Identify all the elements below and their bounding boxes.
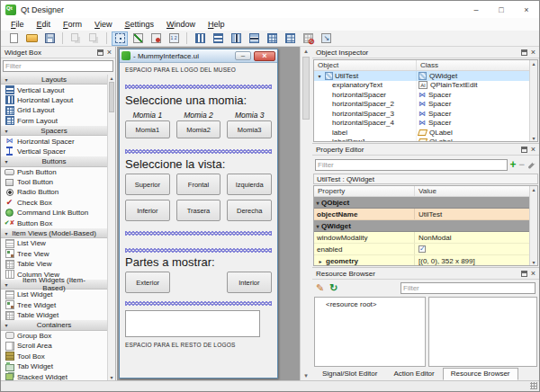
widget-box-item-tool-button[interactable]: Tool Button	[1, 177, 107, 187]
menu-edit[interactable]: Edit	[31, 20, 58, 29]
property-editor-scrollbar[interactable]: ▴▾	[529, 186, 537, 265]
mdi-scrollbar[interactable]: ▴▾	[300, 47, 311, 380]
resize-grip[interactable]	[530, 382, 537, 389]
tree-row-label[interactable]: label QLabel	[314, 128, 537, 138]
tree-row-horizontalspacer3[interactable]: horizontalSpacer_3 ⋈Spacer	[314, 109, 537, 119]
remove-dynamic-property-icon[interactable]: −	[519, 160, 525, 169]
widget-box-item-table-view[interactable]: Table View	[1, 259, 107, 269]
property-row-objectname[interactable]: objectName UtilTest	[314, 209, 537, 220]
section-item-views[interactable]: ▾Item Views (Model-Based)	[1, 228, 107, 238]
reload-resources-icon[interactable]: ↻	[329, 283, 338, 293]
tree-row-labelrow1[interactable]: labelRow1 QLabel	[314, 138, 537, 143]
trasera-button[interactable]: Trasera	[176, 200, 221, 221]
widget-box-item-radio-button[interactable]: Radio Button	[1, 187, 107, 197]
menu-file[interactable]: File	[4, 20, 31, 29]
scroll-down-icon[interactable]: ▾	[530, 259, 537, 265]
menu-form[interactable]: Form	[57, 20, 88, 29]
momia2-button[interactable]: Momia2	[176, 120, 221, 138]
widget-box-item-tree-view[interactable]: Tree View	[1, 249, 107, 259]
chevron-right-icon[interactable]: ▸	[317, 258, 324, 264]
form-minimize-button[interactable]: –	[235, 51, 251, 60]
form-window-titlebar[interactable]: - MummyInterface.ui – ×	[120, 49, 277, 63]
float-panel-button[interactable]	[521, 49, 527, 56]
objectname-value[interactable]: UtilTest	[415, 209, 537, 219]
interior-button[interactable]: Interior	[227, 272, 272, 293]
widget-box-item-horizontal-layout[interactable]: Horizontal Layout	[1, 95, 107, 105]
horizontal-spacer[interactable]	[125, 149, 272, 154]
break-layout-button[interactable]	[300, 31, 316, 46]
section-layouts[interactable]: ▾Layouts	[1, 75, 107, 85]
minimize-button[interactable]: –	[464, 1, 489, 18]
float-panel-button[interactable]	[521, 271, 527, 277]
property-row-windowmodality[interactable]: windowModality NonModal	[314, 232, 537, 244]
horizontal-spacer[interactable]	[125, 301, 272, 306]
widget-box-item-grid-layout[interactable]: Grid Layout	[1, 105, 107, 115]
scroll-down-icon[interactable]: ▾	[530, 135, 537, 141]
section-containers[interactable]: ▾Containers	[1, 320, 107, 330]
widget-box-item-horizontal-spacer[interactable]: ⋈Horizontal Spacer	[1, 136, 107, 146]
close-panel-button[interactable]: ×	[107, 49, 112, 56]
layout-horizontal-splitter-button[interactable]	[228, 31, 244, 46]
form-canvas[interactable]: ESPACIO PARA EL LOGO DEL MUSEO Seleccion…	[120, 64, 277, 378]
widget-box-filter-input[interactable]	[3, 60, 113, 72]
widget-box-item-command-link-button[interactable]: Command Link Button	[1, 208, 107, 218]
float-panel-button[interactable]	[521, 147, 527, 153]
tree-row-explanatorytext[interactable]: explanatoryText AlQPlainTextEdit	[314, 81, 537, 91]
menu-help[interactable]: Help	[202, 20, 231, 29]
momia3-label[interactable]: Momia 3	[227, 111, 272, 120]
scroll-up-icon[interactable]: ▴	[108, 75, 115, 81]
menu-window[interactable]: Window	[160, 20, 202, 29]
horizontal-spacer[interactable]	[125, 248, 272, 253]
scroll-down-icon[interactable]: ▾	[108, 374, 115, 380]
horizontal-spacer[interactable]	[125, 85, 272, 89]
open-form-button[interactable]	[23, 31, 40, 46]
widget-box-item-scroll-area[interactable]: Scroll Area	[1, 341, 107, 351]
property-row-enabled[interactable]: enabled	[314, 244, 537, 255]
widget-box-item-form-layout[interactable]: Form Layout	[1, 116, 107, 126]
resource-preview-pane[interactable]	[428, 297, 537, 367]
section-item-widgets[interactable]: ▾Item Widgets (Item-Based)	[1, 280, 107, 290]
layout-horizontally-button[interactable]	[192, 31, 208, 46]
copy-button[interactable]	[68, 31, 84, 46]
widget-box-item-list-view[interactable]: List View	[1, 238, 107, 248]
widget-box-item-push-button[interactable]: Push Button	[1, 167, 107, 177]
section-spacers[interactable]: ▾Spacers	[1, 126, 107, 136]
property-row-geometry[interactable]: ▸geometry [(0, 0), 352 x 899]	[314, 255, 537, 266]
close-panel-button[interactable]: ×	[531, 147, 536, 153]
superior-button[interactable]: Superior	[125, 174, 170, 195]
layout-form-button[interactable]	[282, 31, 298, 46]
tree-row-horizontalspacer2[interactable]: horizontalSpacer_2 ⋈Spacer	[314, 100, 537, 110]
momia1-label[interactable]: Momia 1	[125, 111, 170, 120]
save-form-button[interactable]	[41, 31, 58, 46]
close-panel-button[interactable]: ×	[531, 271, 536, 277]
widget-box-item-table-widget[interactable]: Table Widget	[1, 310, 107, 320]
tab-action-editor[interactable]: Action Editor	[385, 368, 442, 380]
derecha-button[interactable]: Derecha	[227, 200, 272, 221]
tree-row-horizontalspacer4[interactable]: horizontalSpacer_4 ⋈Spacer	[314, 119, 537, 129]
object-inspector-scrollbar[interactable]: ▴▾	[529, 60, 537, 141]
edit-tab-order-button[interactable]	[166, 31, 182, 46]
menu-settings[interactable]: Settings	[118, 20, 160, 29]
widget-box-scrollbar[interactable]: ▴▾	[107, 75, 115, 380]
edit-resources-icon[interactable]: ✎	[316, 283, 324, 293]
edit-buddies-button[interactable]	[148, 31, 164, 46]
exterior-button[interactable]: Exterior	[125, 272, 170, 293]
group-qwidget[interactable]: ▾QWidget	[314, 220, 537, 232]
widget-box-item-tab-widget[interactable]: Tab Widget	[1, 361, 107, 371]
widget-box-item-stacked-widget[interactable]: Stacked Widget	[1, 371, 107, 380]
partes-heading[interactable]: Partes a mostrar:	[125, 255, 272, 269]
geometry-value[interactable]: [(0, 0), 352 x 899]	[415, 255, 537, 266]
scroll-up-icon[interactable]: ▴	[530, 60, 537, 67]
horizontal-spacer[interactable]	[125, 231, 272, 236]
scroll-up-icon[interactable]: ▴	[530, 186, 537, 192]
scroll-up-icon[interactable]: ▴	[301, 48, 311, 55]
edit-signals-slots-button[interactable]	[130, 31, 146, 46]
add-dynamic-property-icon[interactable]: +	[510, 160, 517, 169]
layout-vertical-splitter-button[interactable]	[246, 31, 262, 46]
tab-resource-browser[interactable]: Resource Browser	[443, 368, 518, 380]
column-property[interactable]: Property	[314, 186, 415, 196]
windowmodality-value[interactable]: NonModal	[415, 232, 537, 243]
resource-tree-pane[interactable]: <resource root>	[314, 297, 426, 367]
group-qobject[interactable]: ▾QObject	[314, 197, 537, 209]
layout-vertically-button[interactable]	[210, 31, 226, 46]
